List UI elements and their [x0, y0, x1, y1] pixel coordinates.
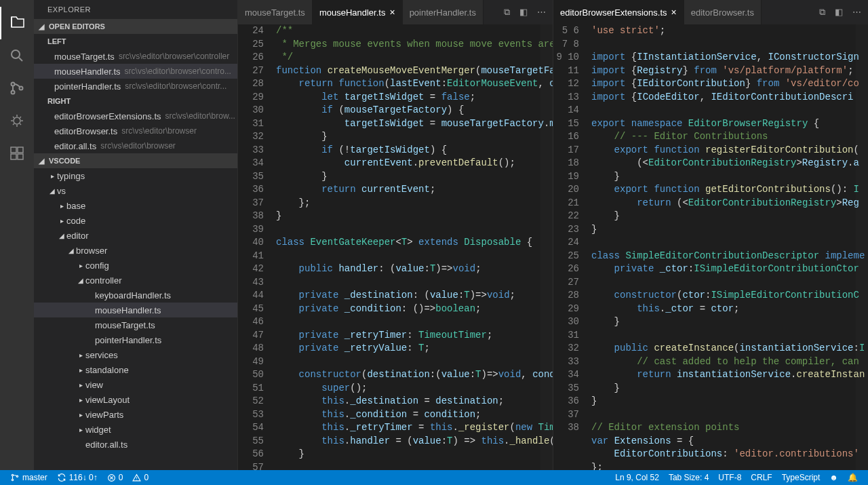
feedback-icon[interactable]: ☻	[825, 470, 843, 485]
svg-point-2	[12, 91, 15, 94]
minimap[interactable]	[540, 24, 553, 470]
svg-point-3	[20, 87, 23, 90]
open-editor-item[interactable]: mouseTarget.tssrc\vs\editor\browser\cont…	[34, 49, 237, 64]
svg-point-4	[14, 117, 20, 124]
activity-bar	[0, 0, 34, 470]
open-editor-item[interactable]: editor.all.tssrc\vs\editor\browser	[34, 138, 237, 153]
svg-point-10	[12, 479, 13, 480]
open-editor-item[interactable]: mouseHandler.tssrc\vs\editor\browser\con…	[34, 64, 237, 79]
tree-item[interactable]: pointerHandler.ts	[34, 332, 237, 347]
tree-item[interactable]: ▸standalone	[34, 362, 237, 377]
open-editor-item[interactable]: pointerHandler.tssrc\vs\editor\browser\c…	[34, 79, 237, 94]
chevron-down-icon: ◢	[37, 157, 46, 166]
tab-size-status[interactable]: Tab Size: 4	[664, 470, 713, 485]
tree-item[interactable]: ▸base	[34, 198, 237, 213]
minimap[interactable]	[856, 24, 868, 470]
tree-item[interactable]: ▸code	[34, 213, 237, 228]
split-editor-icon[interactable]: ◧	[835, 7, 843, 18]
warnings-status[interactable]: 0	[127, 470, 153, 485]
tree-item[interactable]: keyboardHandler.ts	[34, 288, 237, 303]
tree-item[interactable]: ◢controller	[34, 273, 237, 288]
code-editor-right[interactable]: 5 6 7 8 9 10 11 12 13 14 15 16 17 18 19 …	[553, 24, 868, 470]
sidebar-title: EXPLORER	[34, 0, 237, 19]
tab-mouseTarget[interactable]: mouseTarget.ts	[238, 0, 313, 24]
explorer-sidebar: EXPLORER ◢ OPEN EDITORS LEFT mouseTarget…	[34, 0, 237, 470]
svg-rect-8	[18, 154, 23, 159]
svg-point-1	[12, 83, 15, 86]
tree-item[interactable]: mouseTarget.ts	[34, 317, 237, 332]
sync-status[interactable]: 116↓ 0↑	[52, 470, 102, 485]
more-icon[interactable]: ⋯	[537, 7, 546, 18]
scm-activity-icon[interactable]	[0, 72, 34, 104]
code-editor-left[interactable]: 24 25 26 27 28 29 30 31 32 33 34 35 36 3…	[238, 24, 553, 470]
tab-editorBrowserExtensions[interactable]: editorBrowserExtensions.ts×	[553, 0, 684, 24]
group-label-right: RIGHT	[34, 94, 237, 109]
tab-bar-left: mouseTarget.ts mouseHandler.ts× pointerH…	[238, 0, 553, 24]
close-icon[interactable]: ×	[389, 7, 395, 18]
git-branch-status[interactable]: master	[5, 470, 52, 485]
eol-status[interactable]: CRLF	[746, 470, 776, 485]
tree-item[interactable]: ◢editor	[34, 228, 237, 243]
svg-point-0	[12, 50, 20, 58]
split-editor-icon[interactable]: ◧	[519, 7, 528, 18]
svg-rect-7	[11, 154, 16, 159]
tab-mouseHandler[interactable]: mouseHandler.ts×	[313, 0, 403, 24]
tree-item[interactable]: ▸typings	[34, 168, 237, 183]
copy-icon[interactable]: ⧉	[504, 7, 510, 18]
tree-item[interactable]: mouseHandler.ts	[34, 303, 237, 317]
line-col-status[interactable]: Ln 9, Col 52	[610, 470, 664, 485]
tab-bar-right: editorBrowserExtensions.ts× editorBrowse…	[553, 0, 868, 24]
tree-item[interactable]: ▸config	[34, 258, 237, 273]
explorer-activity-icon[interactable]	[0, 7, 34, 39]
tree-item[interactable]: ▸widget	[34, 422, 237, 437]
tree-item[interactable]: ▸services	[34, 347, 237, 362]
group-label-left: LEFT	[34, 34, 237, 49]
open-editor-item[interactable]: editorBrowserExtensions.tssrc\vs\editor\…	[34, 109, 237, 123]
open-editors-section-header[interactable]: ◢ OPEN EDITORS	[34, 19, 237, 34]
svg-point-9	[12, 474, 13, 476]
svg-rect-5	[11, 147, 16, 153]
close-icon[interactable]: ×	[671, 7, 677, 18]
notifications-icon[interactable]: 🔔	[843, 470, 863, 485]
svg-rect-6	[18, 147, 23, 153]
debug-activity-icon[interactable]	[0, 104, 34, 137]
tree-item[interactable]: ▸view	[34, 377, 237, 392]
editor-group-right: editorBrowserExtensions.ts× editorBrowse…	[553, 0, 868, 470]
tree-item[interactable]: editor.all.ts	[34, 437, 237, 452]
open-editor-item[interactable]: editorBrowser.tssrc\vs\editor\browser	[34, 123, 237, 138]
search-activity-icon[interactable]	[0, 39, 34, 72]
chevron-down-icon: ◢	[37, 22, 46, 31]
more-icon[interactable]: ⋯	[852, 7, 861, 18]
tab-editorBrowser[interactable]: editorBrowser.ts	[684, 0, 762, 24]
tab-pointerHandler[interactable]: pointerHandler.ts	[403, 0, 484, 24]
status-bar: master 116↓ 0↑ 0 0 Ln 9, Col 52 Tab Size…	[0, 470, 868, 485]
editor-group-left: mouseTarget.ts mouseHandler.ts× pointerH…	[237, 0, 553, 470]
encoding-status[interactable]: UTF-8	[713, 470, 746, 485]
extensions-activity-icon[interactable]	[0, 137, 34, 170]
copy-icon[interactable]: ⧉	[819, 7, 825, 18]
tree-item[interactable]: ▸viewLayout	[34, 392, 237, 407]
folder-section-header[interactable]: ◢ VSCODE	[34, 153, 237, 168]
tree-item[interactable]: ◢vs	[34, 183, 237, 198]
language-status[interactable]: TypeScript	[777, 470, 825, 485]
tree-item[interactable]: ▸viewParts	[34, 407, 237, 422]
tree-item[interactable]: ◢browser	[34, 243, 237, 258]
errors-status[interactable]: 0	[102, 470, 128, 485]
